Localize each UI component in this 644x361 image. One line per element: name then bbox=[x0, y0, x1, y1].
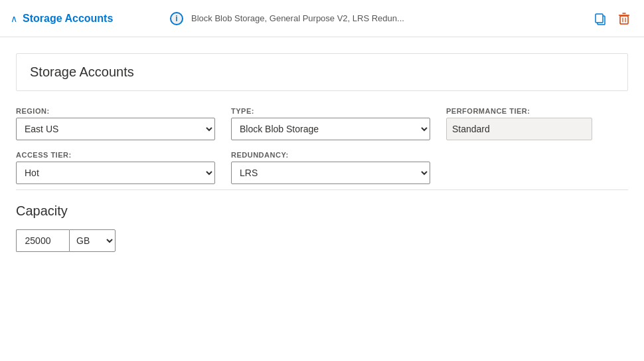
top-bar: ∧ Storage Accounts i Block Blob Storage,… bbox=[0, 0, 644, 37]
access-tier-select[interactable]: Hot Cool Archive bbox=[16, 162, 215, 184]
region-select[interactable]: East US West US North Europe West Europe… bbox=[16, 118, 215, 140]
access-tier-label: ACCESS TIER: bbox=[16, 151, 215, 159]
form-row-1: REGION: East US West US North Europe Wes… bbox=[16, 107, 628, 140]
top-bar-actions bbox=[591, 9, 633, 28]
svg-rect-1 bbox=[596, 14, 603, 23]
storage-accounts-card-title: Storage Accounts bbox=[30, 64, 614, 80]
region-group: REGION: East US West US North Europe Wes… bbox=[16, 107, 215, 140]
storage-accounts-card: Storage Accounts bbox=[16, 53, 628, 91]
delete-button[interactable] bbox=[615, 9, 633, 28]
top-bar-left: ∧ Storage Accounts bbox=[11, 13, 143, 25]
type-select[interactable]: Block Blob Storage General Purpose V2 Ge… bbox=[231, 118, 430, 140]
performance-tier-value: Standard bbox=[446, 118, 592, 140]
main-content: Storage Accounts REGION: East US West US… bbox=[0, 37, 644, 268]
capacity-title: Capacity bbox=[16, 203, 628, 219]
redundancy-label: REDUNDANCY: bbox=[231, 151, 430, 159]
capacity-row: MB GB TB bbox=[16, 229, 628, 252]
delete-icon bbox=[617, 12, 631, 25]
redundancy-group: REDUNDANCY: LRS GRS ZRS GZRS RA-GRS bbox=[231, 151, 430, 184]
top-bar-center: i Block Blob Storage, General Purpose V2… bbox=[143, 12, 591, 25]
performance-tier-label: PERFORMANCE TIER: bbox=[446, 107, 592, 115]
redundancy-select[interactable]: LRS GRS ZRS GZRS RA-GRS bbox=[231, 162, 430, 184]
performance-tier-group: PERFORMANCE TIER: Standard bbox=[446, 107, 592, 140]
chevron-up-icon: ∧ bbox=[11, 13, 17, 24]
copy-icon bbox=[594, 12, 607, 25]
svg-rect-2 bbox=[620, 16, 628, 24]
type-group: TYPE: Block Blob Storage General Purpose… bbox=[231, 107, 430, 140]
capacity-unit-select[interactable]: MB GB TB bbox=[69, 229, 116, 252]
form-row-2: ACCESS TIER: Hot Cool Archive REDUNDANCY… bbox=[16, 151, 628, 184]
top-bar-title[interactable]: Storage Accounts bbox=[23, 13, 113, 25]
type-label: TYPE: bbox=[231, 107, 430, 115]
info-icon-button[interactable]: i bbox=[170, 12, 183, 25]
capacity-section: Capacity MB GB TB bbox=[16, 203, 628, 252]
capacity-input[interactable] bbox=[16, 229, 69, 252]
access-tier-group: ACCESS TIER: Hot Cool Archive bbox=[16, 151, 215, 184]
copy-button[interactable] bbox=[591, 9, 609, 28]
section-divider bbox=[16, 189, 628, 190]
region-label: REGION: bbox=[16, 107, 215, 115]
top-bar-description: Block Blob Storage, General Purpose V2, … bbox=[191, 13, 404, 23]
